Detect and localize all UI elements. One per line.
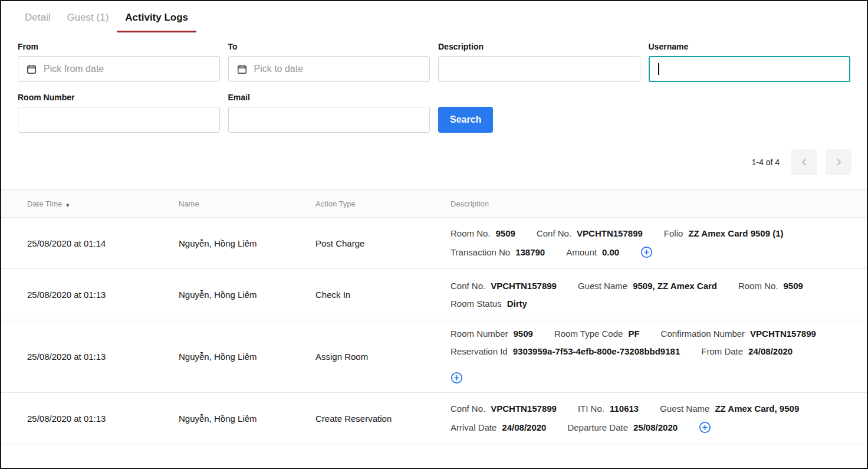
pagination-range: 1-4 of 4	[752, 158, 780, 167]
pair-value: 24/08/2020	[502, 422, 546, 432]
expand-details-icon[interactable]	[699, 421, 711, 434]
description-input[interactable]	[438, 56, 640, 82]
date-time-cell: 25/08/2020 at 01:13	[18, 405, 169, 432]
from-date-input[interactable]: Pick from date	[18, 56, 220, 82]
description-pair: From Date24/08/2020	[701, 346, 793, 356]
name-cell: Nguyễn, Hồng Liêm	[169, 281, 306, 308]
sort-descending-icon[interactable]: ▼	[65, 202, 70, 208]
prev-page-button[interactable]	[791, 149, 817, 175]
expand-details-icon[interactable]	[640, 246, 653, 258]
username-input[interactable]	[649, 56, 851, 82]
text-cursor	[658, 63, 659, 75]
pair-value: 9509	[496, 228, 515, 238]
description-pair: Reservation Id9303959a-7f53-4efb-800e-73…	[451, 346, 680, 356]
username-field: Username	[649, 42, 851, 82]
pagination-bar: 1-4 of 4	[1, 133, 867, 189]
table-row[interactable]: 25/08/2020 at 01:13 Nguyễn, Hồng Liêm Ch…	[1, 269, 867, 320]
filter-panel: From Pick from date To Pick to date Desc…	[18, 42, 850, 133]
tab-detail[interactable]: Detail	[17, 9, 58, 32]
table-row[interactable]: 25/08/2020 at 01:14 Nguyễn, Hồng Liêm Po…	[1, 218, 867, 269]
to-date-placeholder: Pick to date	[254, 64, 304, 74]
pair-value: ZZ Amex Card 9509 (1)	[688, 228, 783, 238]
action-type-cell: Create Reservation	[306, 405, 441, 432]
description-pair: Room No.9509	[738, 281, 803, 291]
description-label: Description	[438, 42, 640, 51]
header-name[interactable]: Name	[169, 199, 306, 208]
name-cell: Nguyễn, Hồng Liêm	[169, 405, 306, 432]
tab-guest[interactable]: Guest (1)	[58, 9, 117, 32]
description-pair: Conf No.VPCHTN157899	[451, 281, 557, 291]
pair-value: 9509	[784, 281, 803, 291]
header-action-type[interactable]: Action Type	[306, 199, 441, 208]
to-date-input[interactable]: Pick to date	[228, 56, 430, 82]
log-table-body: 25/08/2020 at 01:14 Nguyễn, Hồng Liêm Po…	[1, 218, 867, 444]
username-label: Username	[649, 42, 851, 51]
next-page-button[interactable]	[826, 149, 851, 175]
pair-value: VPCHTN157899	[491, 404, 557, 414]
activity-logs-page: Detail Guest (1) Activity Logs From Pick…	[0, 0, 868, 469]
name-cell: Nguyễn, Hồng Liêm	[169, 230, 306, 257]
description-pair: Conf No.VPCHTN157899	[537, 228, 643, 238]
description-pair: ITI No.110613	[578, 404, 639, 414]
pair-label: Conf No.	[537, 228, 571, 238]
pair-value: 9509	[514, 329, 533, 339]
pair-value: VPCHTN157899	[750, 329, 816, 339]
pair-value: 138790	[515, 247, 545, 257]
table-row[interactable]: 25/08/2020 at 01:13 Nguyễn, Hồng Liêm Cr…	[1, 393, 867, 444]
description-pair: Confirmation NumberVPCHTN157899	[661, 329, 816, 339]
description-pair: Room Type CodePF	[554, 329, 640, 339]
pair-label: Room Status	[451, 299, 502, 309]
description-cell: Room Number9509Room Type CodePFConfirmat…	[441, 320, 850, 392]
action-type-cell: Assign Room	[306, 343, 441, 370]
description-pair: FolioZZ Amex Card 9509 (1)	[664, 228, 784, 238]
description-cell: Conf No.VPCHTN157899Guest Name9509, ZZ A…	[441, 273, 850, 317]
pair-label: Folio	[664, 228, 683, 238]
email-field: Email	[228, 93, 430, 133]
description-pair: Room No.9509	[451, 228, 515, 238]
chevron-right-icon	[834, 158, 843, 167]
search-button[interactable]: Search	[438, 107, 493, 133]
description-cell: Room No.9509Conf No.VPCHTN157899FolioZZ …	[441, 220, 850, 267]
pair-label: Reservation Id	[451, 346, 508, 356]
room-number-input[interactable]	[18, 107, 220, 133]
pair-label: ITI No.	[578, 404, 604, 414]
calendar-icon	[237, 64, 247, 74]
table-row[interactable]: 25/08/2020 at 01:13 Nguyễn, Hồng Liêm As…	[1, 320, 867, 393]
pair-value: VPCHTN157899	[577, 228, 643, 238]
pair-label: From Date	[701, 346, 743, 356]
description-pair: Room StatusDirty	[451, 299, 527, 309]
header-date-time[interactable]: Date Time▼	[18, 199, 169, 208]
email-input[interactable]	[228, 107, 430, 133]
name-cell: Nguyễn, Hồng Liêm	[169, 343, 306, 370]
room-number-label: Room Number	[18, 93, 220, 102]
email-label: Email	[228, 93, 430, 102]
description-pair: Conf No.VPCHTN157899	[451, 404, 557, 414]
room-number-field: Room Number	[18, 93, 220, 133]
pair-value: 110613	[610, 404, 639, 414]
from-date-label: From	[18, 42, 220, 51]
pair-label: Transaction No	[451, 247, 510, 257]
description-pair: Transaction No138790	[451, 247, 545, 257]
date-time-cell: 25/08/2020 at 01:13	[18, 343, 169, 370]
pair-label: Room No.	[451, 228, 491, 238]
header-description: Description	[441, 199, 850, 208]
calendar-icon	[27, 64, 37, 74]
search-button-wrap: Search	[438, 93, 640, 133]
pair-label: Room Type Code	[554, 329, 623, 339]
pair-value: Dirty	[507, 299, 527, 309]
description-cell: Conf No.VPCHTN157899ITI No.110613Guest N…	[441, 395, 850, 442]
description-pair: Departure Date25/08/2020	[567, 422, 678, 432]
from-date-field: From Pick from date	[18, 42, 220, 82]
pair-value: VPCHTN157899	[491, 281, 557, 291]
pair-value: 9509, ZZ Amex Card	[633, 281, 717, 291]
tab-bar: Detail Guest (1) Activity Logs	[1, 1, 867, 32]
pair-label: Arrival Date	[451, 422, 497, 432]
tab-activity-logs[interactable]: Activity Logs	[117, 9, 196, 32]
description-pair: Guest NameZZ Amex Card, 9509	[660, 404, 799, 414]
pair-value: 24/08/2020	[748, 346, 793, 356]
pair-value: PF	[628, 329, 639, 339]
pair-label: Room No.	[738, 281, 778, 291]
pair-label: Conf No.	[451, 404, 485, 414]
date-time-cell: 25/08/2020 at 01:14	[18, 230, 169, 257]
expand-details-icon[interactable]	[451, 372, 463, 384]
